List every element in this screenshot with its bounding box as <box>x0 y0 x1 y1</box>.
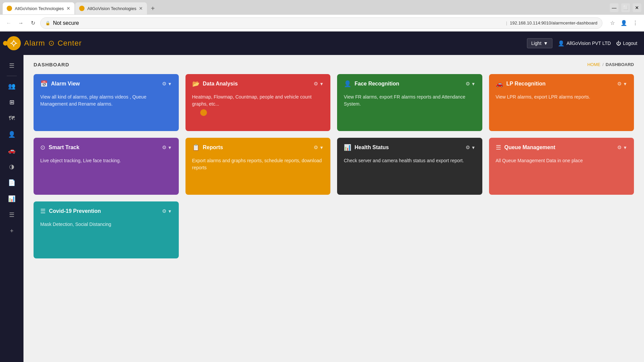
smart-track-icon: ⊙ <box>40 144 45 151</box>
card-covid-prevention[interactable]: ☰ Covid-19 Prevention ⚙ ▼ Mask Detection… <box>34 201 179 258</box>
browser-tab-1[interactable]: AllGoVision Technologies ✕ <box>3 2 74 14</box>
data-analysis-gear-icon[interactable]: ⚙ <box>314 81 318 87</box>
tab-close-2[interactable]: ✕ <box>139 6 143 11</box>
data-analysis-icon: 📂 <box>192 80 200 87</box>
user-info[interactable]: 👤 AllGoVision PVT LTD <box>558 40 611 47</box>
close-window-button[interactable]: ✕ <box>633 3 641 12</box>
sidebar-item-map[interactable]: 🗺 <box>4 111 19 126</box>
card-reports-actions: ⚙ ▼ <box>314 144 324 150</box>
app-header: Alarm ⊙ Center Light ▼ 👤 AllGoVision PVT… <box>0 32 644 55</box>
card-face-recognition-title-area: 👤 Face Recognition <box>344 80 399 87</box>
sidebar-item-person[interactable]: 👤 <box>4 127 19 142</box>
card-queue-management-actions: ⚙ ▼ <box>617 144 627 150</box>
alarm-view-gear-icon[interactable]: ⚙ <box>162 81 166 87</box>
content-area: DASHBOARD HOME / DASHBOARD 📅 Al <box>23 55 644 362</box>
reload-button[interactable]: ↻ <box>28 18 38 28</box>
logo-dot: ⊙ <box>48 39 55 47</box>
new-tab-button[interactable]: + <box>148 3 158 13</box>
users-icon: 👥 <box>8 82 15 90</box>
lp-recognition-gear-icon[interactable]: ⚙ <box>617 81 622 87</box>
sidebar-item-menu[interactable]: ☰ <box>4 58 19 73</box>
card-lp-recognition[interactable]: 🚗 LP Recognition ⚙ ▼ View LPR alarms, ex… <box>489 74 634 131</box>
card-health-status[interactable]: 📊 Health Status ⚙ ▼ Check server and cam… <box>337 138 482 195</box>
security-label: Not secure <box>53 17 503 29</box>
breadcrumb-separator: / <box>602 62 604 67</box>
data-analysis-chevron-icon[interactable]: ▼ <box>319 81 324 86</box>
tab-label-1: AllGoVision Technologies <box>15 6 64 11</box>
smart-track-gear-icon[interactable]: ⚙ <box>162 144 166 150</box>
card-queue-management[interactable]: ☰ Queue Management ⚙ ▼ All Queue Managem… <box>489 138 634 195</box>
queue-management-chevron-icon[interactable]: ▼ <box>623 145 627 150</box>
reports-gear-icon[interactable]: ⚙ <box>314 144 318 150</box>
covid-prevention-chevron-icon[interactable]: ▼ <box>168 209 172 214</box>
tab-favicon-1 <box>7 6 12 11</box>
tab-close-1[interactable]: ✕ <box>66 6 70 11</box>
account-button[interactable]: 👤 <box>619 18 629 28</box>
face-recognition-icon: 👤 <box>344 80 351 87</box>
sidebar-item-users[interactable]: 👥 <box>4 79 19 94</box>
main-area: ☰ 👥 ⊞ 🗺 👤 🚗 ◑ <box>0 55 644 362</box>
logout-button[interactable]: ⏻ Logout <box>616 41 637 46</box>
smart-track-chevron-icon[interactable]: ▼ <box>168 145 172 150</box>
card-smart-track[interactable]: ⊙ Smart Track ⚙ ▼ Live object tracking, … <box>34 138 179 195</box>
nav-right-buttons: ☆ 👤 ⋮ <box>608 18 640 28</box>
sidebar-item-contrast[interactable]: ◑ <box>4 159 19 174</box>
queue-management-gear-icon[interactable]: ⚙ <box>617 144 622 150</box>
covid-prevention-icon: ☰ <box>40 207 46 215</box>
orange-dot <box>3 41 8 46</box>
sidebar-item-document[interactable]: 📄 <box>4 175 19 190</box>
face-recognition-chevron-icon[interactable]: ▼ <box>471 81 476 86</box>
reports-chevron-icon[interactable]: ▼ <box>319 145 324 150</box>
covid-prevention-gear-icon[interactable]: ⚙ <box>162 208 166 214</box>
person-icon: 👤 <box>8 131 15 138</box>
theme-selector[interactable]: Light ▼ <box>527 38 552 48</box>
theme-chevron-icon: ▼ <box>543 41 548 46</box>
browser-window: AllGoVision Technologies ✕ AllGoVision T… <box>0 0 644 362</box>
breadcrumb-bar: DASHBOARD HOME / DASHBOARD <box>34 62 634 67</box>
minimize-button[interactable]: — <box>610 3 619 12</box>
card-queue-management-title-area: ☰ Queue Management <box>496 144 555 151</box>
card-data-analysis[interactable]: 📂 Data Analysis ⚙ ▼ Heatmap, Flowmap, Co… <box>185 74 331 131</box>
covid-prevention-title: Covid-19 Prevention <box>49 208 101 214</box>
menu-button[interactable]: ⋮ <box>631 18 640 28</box>
card-data-analysis-title-area: 📂 Data Analysis <box>192 80 238 87</box>
card-smart-track-header: ⊙ Smart Track ⚙ ▼ <box>40 144 172 151</box>
sidebar-item-add[interactable]: + <box>4 224 19 238</box>
breadcrumb: HOME / DASHBOARD <box>587 62 634 67</box>
logo-area: Alarm ⊙ Center <box>24 39 82 48</box>
face-recognition-gear-icon[interactable]: ⚙ <box>466 81 470 87</box>
reports-title: Reports <box>203 144 223 150</box>
card-reports[interactable]: 📋 Reports ⚙ ▼ Export alarms and graphs r… <box>185 138 331 195</box>
list-icon: ☰ <box>9 211 14 219</box>
sidebar-item-vehicle[interactable]: 🚗 <box>4 143 19 158</box>
lp-recognition-icon: 🚗 <box>496 80 503 87</box>
bookmark-button[interactable]: ☆ <box>608 18 617 28</box>
card-covid-prevention-actions: ⚙ ▼ <box>162 208 172 214</box>
card-health-status-header: 📊 Health Status ⚙ ▼ <box>344 144 476 151</box>
menu-icon: ☰ <box>9 62 14 69</box>
smart-track-desc: Live object tracking, Live face tracking… <box>40 157 172 164</box>
sidebar-item-list[interactable]: ☰ <box>4 207 19 222</box>
alarm-view-desc: View all kind of alarms, play alarms vid… <box>40 94 172 108</box>
sidebar-item-chart[interactable]: 📊 <box>4 191 19 206</box>
cards-row-3: ☰ Covid-19 Prevention ⚙ ▼ Mask Detection… <box>34 201 634 258</box>
maximize-button[interactable]: ⬜ <box>621 3 630 12</box>
forward-button[interactable]: → <box>16 18 25 28</box>
browser-tab-2[interactable]: AllGoVision Technologies ✕ <box>75 2 147 14</box>
lp-recognition-chevron-icon[interactable]: ▼ <box>623 81 627 86</box>
card-queue-management-header: ☰ Queue Management ⚙ ▼ <box>496 144 628 151</box>
grid-icon: ⊞ <box>9 99 14 106</box>
map-icon: 🗺 <box>9 115 15 122</box>
breadcrumb-home[interactable]: HOME <box>587 62 600 67</box>
card-alarm-view-actions: ⚙ ▼ <box>162 81 172 87</box>
alarm-view-title: Alarm View <box>51 81 80 87</box>
card-alarm-view[interactable]: 📅 Alarm View ⚙ ▼ View all kind of alarms… <box>34 74 179 131</box>
back-button[interactable]: ← <box>4 18 13 28</box>
card-face-recognition[interactable]: 👤 Face Recognition ⚙ ▼ View FR alarms, e… <box>337 74 482 131</box>
health-status-chevron-icon[interactable]: ▼ <box>471 145 476 150</box>
sidebar-item-dashboard[interactable]: ⊞ <box>4 95 19 110</box>
health-status-gear-icon[interactable]: ⚙ <box>466 144 470 150</box>
health-status-icon: 📊 <box>344 144 351 151</box>
address-bar[interactable]: 🔒 Not secure | 192.168.10.114:9010/alarm… <box>40 17 602 29</box>
alarm-view-chevron-icon[interactable]: ▼ <box>168 81 172 86</box>
